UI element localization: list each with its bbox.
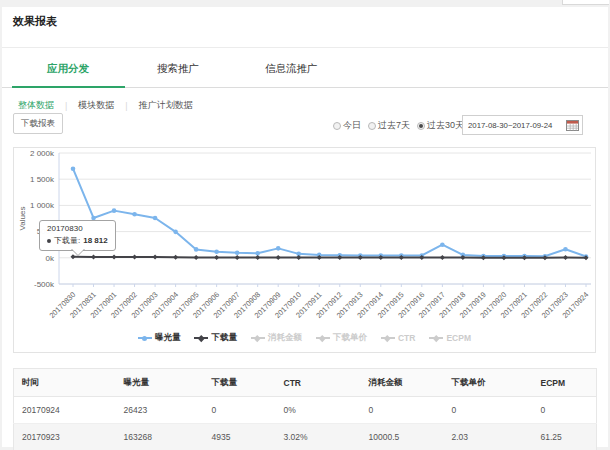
active-tab-underline	[12, 86, 125, 88]
table-header-row: 时间 曝光量 下载量 CTR 消耗金额 下载单价 ECPM	[14, 369, 597, 397]
cell-unit-price: 2.03	[444, 424, 533, 450]
date-range-input[interactable]: 2017-08-30~2017-09-24	[462, 115, 583, 135]
svg-text:0k: 0k	[46, 254, 55, 263]
cell-exposure: 26423	[116, 397, 204, 424]
legend-marker-download-unit-price	[316, 337, 330, 339]
radio-past-30-days-label: 过去30天	[427, 119, 464, 132]
cell-ctr: 3.02%	[276, 424, 361, 450]
chart-panel: 2 000k1 500k1 000k500k0k-500kValues20170…	[13, 147, 596, 353]
legend-marker-cost	[251, 337, 265, 339]
cell-ecpm: 61.25	[533, 424, 597, 450]
date-range-value: 2017-08-30~2017-09-24	[468, 121, 563, 130]
col-header-downloads: 下载量	[204, 369, 276, 397]
radio-past-7-days-icon[interactable]	[368, 122, 376, 130]
cell-ecpm: 0	[533, 397, 597, 424]
col-header-ecpm: ECPM	[533, 369, 597, 397]
date-filter-group: 今日 过去7天 过去30天	[333, 119, 464, 132]
download-report-button[interactable]: 下载报表	[13, 113, 63, 134]
calendar-icon[interactable]	[566, 119, 579, 131]
legend-marker-ecpm	[429, 337, 443, 339]
legend-item-downloads[interactable]: 下载量	[194, 332, 237, 344]
svg-text:1 000k: 1 000k	[30, 201, 55, 210]
tooltip-series-label: 下载量:	[54, 235, 80, 246]
chart-legend: 曝光量 下载量 消耗金额 下载单价 CTR ECPM	[14, 332, 595, 344]
tooltip-value: 18 812	[83, 236, 107, 245]
radio-past-7-days-label: 过去7天	[378, 119, 410, 132]
radio-today[interactable]: 今日	[333, 119, 361, 132]
radio-past-30-days[interactable]: 过去30天	[417, 119, 464, 132]
subnav-item-overall-data[interactable]: 整体数据	[18, 99, 54, 112]
subnav-item-module-data[interactable]: 模块数据	[78, 99, 114, 112]
legend-marker-exposure	[138, 337, 152, 339]
svg-text:2 000k: 2 000k	[30, 149, 55, 158]
legend-label-ctr: CTR	[398, 333, 415, 343]
legend-marker-ctr	[381, 337, 395, 339]
cell-downloads: 0	[204, 397, 276, 424]
report-card: 效果报表 应用分发 搜索推广 信息流推广 整体数据 | 模块数据 | 推广计划数…	[2, 7, 608, 447]
tab-search-promotion[interactable]: 搜索推广	[157, 62, 199, 76]
chart-tooltip: 20170830 下载量: 18 812	[39, 220, 116, 251]
subnav: 整体数据 | 模块数据 | 推广计划数据	[18, 99, 193, 112]
col-header-download-unit-price: 下载单价	[444, 369, 533, 397]
legend-label-ecpm: ECPM	[446, 333, 471, 343]
cell-downloads: 4935	[204, 424, 276, 450]
report-table: 时间 曝光量 下载量 CTR 消耗金额 下载单价 ECPM 20170924 2…	[13, 368, 597, 450]
legend-item-ctr[interactable]: CTR	[381, 333, 415, 343]
legend-marker-downloads	[194, 337, 208, 339]
col-header-time: 时间	[14, 369, 116, 397]
page-title: 效果报表	[13, 14, 57, 29]
tab-app-distribution[interactable]: 应用分发	[47, 62, 89, 76]
cell-date: 20170924	[14, 397, 116, 424]
legend-item-exposure[interactable]: 曝光量	[138, 332, 181, 344]
col-header-exposure: 曝光量	[116, 369, 204, 397]
cell-date: 20170923	[14, 424, 116, 450]
svg-text:-500k: -500k	[34, 280, 55, 289]
legend-item-cost[interactable]: 消耗金额	[251, 332, 302, 344]
radio-past-7-days[interactable]: 过去7天	[368, 119, 410, 132]
tooltip-date: 20170830	[47, 224, 108, 233]
subnav-separator: |	[125, 101, 127, 111]
col-header-cost: 消耗金额	[361, 369, 444, 397]
radio-past-30-days-icon[interactable]	[417, 122, 425, 130]
subnav-separator: |	[65, 101, 67, 111]
cell-exposure: 163268	[116, 424, 204, 450]
subnav-item-campaign-data[interactable]: 推广计划数据	[139, 99, 193, 112]
radio-today-label: 今日	[343, 119, 361, 132]
cell-cost: 0	[361, 397, 444, 424]
tab-bar: 应用分发 搜索推广 信息流推广	[2, 47, 608, 88]
legend-label-download-unit-price: 下载单价	[333, 332, 367, 344]
legend-item-download-unit-price[interactable]: 下载单价	[316, 332, 367, 344]
tab-feed-promotion[interactable]: 信息流推广	[265, 62, 318, 76]
legend-label-cost: 消耗金额	[268, 332, 302, 344]
cell-unit-price: 0	[444, 397, 533, 424]
tooltip-series-dot	[47, 239, 51, 243]
legend-item-ecpm[interactable]: ECPM	[429, 333, 471, 343]
legend-label-downloads: 下载量	[211, 332, 237, 344]
svg-text:Values: Values	[18, 207, 27, 231]
scrollbar-corner	[562, 0, 609, 5]
radio-today-icon[interactable]	[333, 122, 341, 130]
legend-label-exposure: 曝光量	[155, 332, 181, 344]
col-header-ctr: CTR	[276, 369, 361, 397]
svg-text:1 500k: 1 500k	[30, 175, 55, 184]
table-row: 20170924 26423 0 0% 0 0 0	[14, 397, 597, 424]
cell-cost: 10000.5	[361, 424, 444, 450]
cell-ctr: 0%	[276, 397, 361, 424]
table-row: 20170923 163268 4935 3.02% 10000.5 2.03 …	[14, 424, 597, 450]
